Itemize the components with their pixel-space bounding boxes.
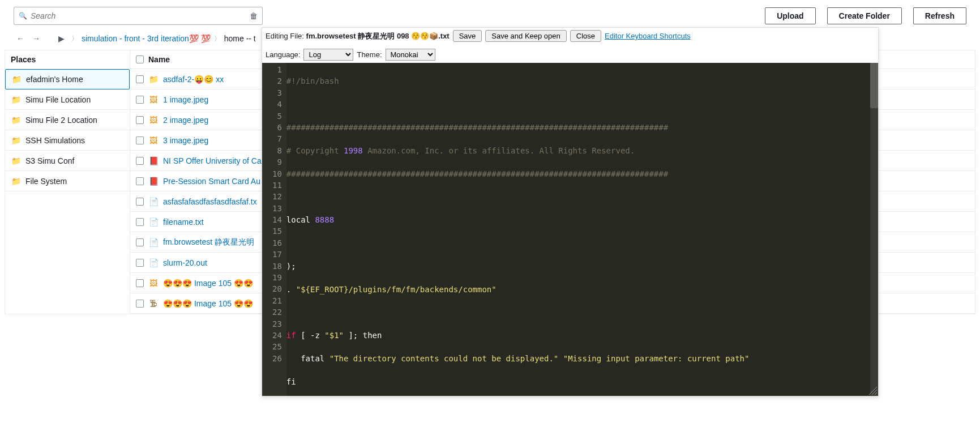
- image-icon: 🖼: [148, 115, 159, 125]
- line-number: 21: [272, 295, 282, 306]
- row-checkbox[interactable]: [136, 259, 144, 267]
- folder-icon: 📁: [11, 115, 21, 125]
- line-number: 11: [272, 180, 282, 191]
- line-number: 16: [272, 237, 282, 249]
- row-checkbox[interactable]: [136, 238, 144, 246]
- places-header: Places: [5, 50, 130, 69]
- line-number: 26: [272, 353, 282, 364]
- line-number: 2: [272, 75, 282, 87]
- line-number: 23: [272, 318, 282, 330]
- places-item[interactable]: 📁SSH Simulations: [5, 130, 130, 151]
- file-name-label[interactable]: asdfaf-2-😛😊 xx: [163, 75, 224, 84]
- upload-button[interactable]: Upload: [765, 7, 815, 24]
- refresh-button[interactable]: Refresh: [913, 7, 966, 24]
- line-gutter: 1234567891011121314151617181920212223242…: [262, 63, 286, 396]
- text-file-icon: 📄: [148, 258, 159, 268]
- chevron-right-icon: 〉: [70, 34, 79, 44]
- search-field[interactable]: 🔍 🗑: [14, 7, 263, 25]
- code-content[interactable]: #!/bin/bash ############################…: [286, 63, 878, 396]
- scrollbar-thumb[interactable]: [870, 63, 878, 108]
- theme-label: Theme:: [357, 50, 382, 59]
- places-item-label: SSH Simulations: [25, 136, 85, 145]
- folder-icon: 📁: [11, 156, 21, 166]
- trash-icon[interactable]: 🗑: [250, 11, 258, 20]
- name-column-header[interactable]: Name: [148, 55, 170, 64]
- line-number: 13: [272, 203, 282, 214]
- line-number: 20: [272, 283, 282, 295]
- row-checkbox[interactable]: [136, 300, 144, 308]
- line-number: 18: [272, 261, 282, 272]
- file-name-label[interactable]: NI SP Offer University of Ca: [163, 156, 262, 165]
- file-name-label[interactable]: 😍😍😍 Image 105 😍😍: [163, 279, 253, 288]
- file-name-label[interactable]: 1 image.jpeg: [163, 95, 208, 104]
- row-checkbox[interactable]: [136, 136, 144, 144]
- line-number: 17: [272, 249, 282, 260]
- row-checkbox[interactable]: [136, 75, 144, 83]
- file-editor-dialog: Editing File: fm.browsetest 静夜星光明 098 😚😚…: [262, 27, 879, 396]
- places-item[interactable]: 📁File System: [5, 171, 130, 191]
- places-item-label: S3 Simu Conf: [25, 156, 74, 165]
- places-item-label: File System: [25, 177, 67, 186]
- line-number: 25: [272, 341, 282, 352]
- file-name-label[interactable]: slurm-20.out: [163, 258, 207, 267]
- file-name-label[interactable]: fm.browsetest 静夜星光明: [163, 237, 254, 248]
- image-icon: 🖼: [148, 135, 159, 146]
- places-item[interactable]: 📁S3 Simu Conf: [5, 151, 130, 171]
- places-item[interactable]: 📁Simu File 2 Location: [5, 110, 130, 130]
- row-checkbox[interactable]: [136, 116, 144, 124]
- row-checkbox[interactable]: [136, 279, 144, 287]
- file-name-label[interactable]: 3 image.jpeg: [163, 136, 208, 145]
- line-number: 10: [272, 168, 282, 180]
- line-number: 12: [272, 191, 282, 202]
- nav-forward-icon[interactable]: →: [29, 32, 43, 45]
- nav-back-icon[interactable]: ←: [14, 32, 27, 45]
- row-checkbox[interactable]: [136, 218, 144, 226]
- places-item-label: Simu File Location: [25, 95, 91, 104]
- file-name-label[interactable]: filename.txt: [163, 217, 204, 227]
- row-checkbox[interactable]: [136, 157, 144, 165]
- breadcrumb-segment: home -- t: [224, 34, 256, 43]
- places-item-label: efadmin's Home: [26, 75, 83, 84]
- file-name-label[interactable]: asfasfafasdfasfasdfasfaf.tx: [163, 197, 257, 206]
- search-input[interactable]: [31, 11, 250, 20]
- folder-icon: 📁: [11, 95, 21, 105]
- keyboard-shortcuts-link[interactable]: Editor Keyboard Shortcuts: [605, 32, 691, 40]
- file-name-label[interactable]: 2 image.jpeg: [163, 116, 208, 125]
- breadcrumb-segment[interactable]: simulation - front - 3rd iteration💯 💯: [82, 34, 211, 43]
- editing-file-label: Editing File: fm.browsetest 静夜星光明 098 😚😚…: [266, 31, 450, 41]
- line-number: 14: [272, 214, 282, 225]
- folder-icon: 📁: [148, 74, 159, 84]
- language-select[interactable]: Log: [303, 49, 353, 61]
- select-all-checkbox[interactable]: [136, 56, 144, 63]
- theme-select[interactable]: Monokai: [386, 49, 435, 61]
- line-number: 6: [272, 122, 282, 133]
- places-item-label: Simu File 2 Location: [25, 116, 97, 125]
- resize-handle[interactable]: [869, 387, 877, 395]
- line-number: 24: [272, 330, 282, 341]
- places-item[interactable]: 📁Simu File Location: [5, 89, 130, 110]
- row-checkbox[interactable]: [136, 198, 144, 206]
- line-number: 1: [272, 64, 282, 75]
- zip-icon: 🗜: [148, 298, 159, 309]
- editor-scrollbar[interactable]: [870, 63, 878, 396]
- code-editor[interactable]: 1234567891011121314151617181920212223242…: [262, 63, 878, 396]
- chevron-right-icon: 〉: [213, 34, 222, 44]
- places-item[interactable]: 📁efadmin's Home: [5, 69, 130, 89]
- close-button[interactable]: Close: [570, 30, 601, 42]
- save-keep-open-button[interactable]: Save and Keep open: [485, 30, 566, 42]
- line-number: 3: [272, 87, 282, 99]
- image-icon: 🖼: [148, 95, 159, 105]
- search-icon: 🔍: [19, 12, 27, 20]
- row-checkbox[interactable]: [136, 177, 144, 185]
- file-name-label[interactable]: 😍😍😍 Image 105 😍😍: [163, 299, 253, 308]
- pdf-icon: 📕: [148, 176, 159, 186]
- create-folder-button[interactable]: Create Folder: [827, 7, 902, 24]
- line-number: 15: [272, 225, 282, 237]
- save-button[interactable]: Save: [453, 30, 482, 42]
- file-name-label[interactable]: Pre-Session Smart Card Au: [163, 177, 260, 186]
- line-number: 8: [272, 145, 282, 156]
- line-number: 4: [272, 99, 282, 110]
- editing-file-name: fm.browsetest 静夜星光明 098 😚😚📦.txt: [306, 32, 450, 40]
- nav-play-icon[interactable]: ▶: [54, 32, 68, 45]
- row-checkbox[interactable]: [136, 96, 144, 104]
